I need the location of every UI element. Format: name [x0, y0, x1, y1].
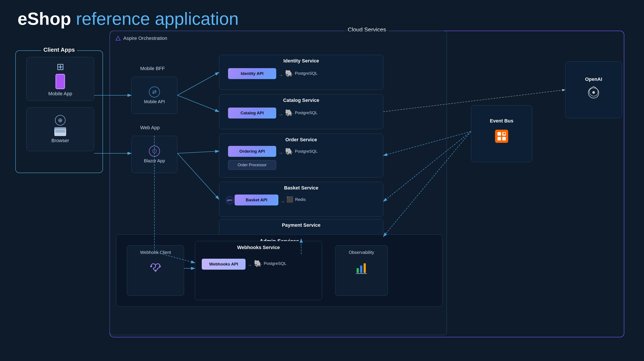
basket-api-label: Basket API — [246, 198, 268, 202]
globe-icon: ⊕ — [55, 115, 66, 126]
payment-service-title: Payment Service — [219, 222, 383, 228]
page-title: eShop reference application — [18, 9, 238, 29]
client-apps-label: Client Apps — [41, 46, 77, 53]
basket-service-box: Basket Service gRPC Basket API → ⬛ Redis — [219, 182, 383, 217]
aspire-icon — [115, 35, 121, 42]
ordering-api-pill: Ordering API — [228, 146, 276, 157]
mobile-app-card: ⊞ Mobile App — [26, 57, 94, 101]
identity-arrow: → — [278, 72, 283, 78]
webhook-client-box: Webhook Client — [127, 245, 184, 296]
openai-title: OpenAI — [585, 76, 602, 82]
web-app-section-label: Web App — [140, 125, 160, 130]
ordering-api-label: Ordering API — [240, 149, 265, 154]
webhook-client-title: Webhook Client — [140, 250, 171, 255]
observability-title: Observability — [349, 250, 374, 255]
order-db-label: PostgreSQL — [295, 149, 318, 154]
webhook-icon — [149, 262, 162, 278]
identity-service-box: Identity Service Identity API → 🐘 Postgr… — [219, 55, 383, 90]
webhooks-db: 🐘 PostgreSQL — [254, 260, 286, 267]
mobile-api-label: Mobile API — [144, 99, 165, 104]
title-rest: reference application — [71, 9, 238, 28]
catalog-service-title: Catalog Service — [219, 98, 383, 103]
svg-rect-12 — [356, 268, 359, 273]
event-bus-title: Event Bus — [490, 118, 514, 124]
basket-arrow: → — [280, 199, 285, 204]
svg-point-8 — [592, 91, 595, 94]
aspire-text: Aspire Orchestration — [123, 36, 167, 41]
catalog-db: 🐘 PostgreSQL — [285, 109, 318, 116]
mobile-api-card: ⇄ Mobile API — [132, 77, 178, 114]
order-service-box: Order Service Ordering API Order Process… — [219, 134, 383, 178]
identity-api-label: Identity API — [241, 71, 264, 76]
basket-service-title: Basket Service — [219, 185, 383, 191]
basket-api-pill: Basket API — [234, 194, 278, 206]
identity-db: 🐘 PostgreSQL — [285, 70, 318, 77]
webhooks-api-pill: Webhooks API — [202, 259, 246, 270]
grid-icon: ⊞ — [56, 61, 64, 72]
webhooks-api-label: Webhooks API — [209, 262, 238, 266]
rabbitmq-icon — [494, 128, 509, 147]
svg-rect-14 — [364, 263, 366, 273]
catalog-arrow: → — [278, 112, 283, 118]
mobile-api-icon: ⇄ — [149, 86, 160, 98]
event-bus-box: Event Bus — [471, 105, 532, 162]
browser-label: Browser — [52, 138, 69, 144]
identity-service-title: Identity Service — [219, 58, 383, 64]
svg-rect-5 — [498, 137, 501, 140]
webhooks-db-label: PostgreSQL — [264, 261, 286, 266]
order-processor-label: Order Processor — [238, 163, 266, 167]
postgres-icon: 🐘 — [285, 70, 293, 77]
phone-graphic — [56, 74, 65, 89]
svg-rect-6 — [502, 137, 506, 140]
catalog-service-box: Catalog Service Catalog API → 🐘 PostgreS… — [219, 94, 383, 129]
order-arrow: → — [278, 150, 283, 156]
identity-db-label: PostgreSQL — [295, 71, 318, 76]
mobile-app-label: Mobile App — [48, 91, 72, 96]
postgres-icon-3: 🐘 — [285, 148, 293, 155]
identity-api-pill: Identity API — [228, 68, 276, 79]
basket-db-label: Redis — [295, 197, 306, 202]
catalog-api-label: Catalog API — [240, 110, 264, 116]
aspire-label: Aspire Orchestration — [115, 35, 167, 42]
postgres-icon-4: 🐘 — [254, 260, 262, 267]
grpc-badge: gRPC — [226, 196, 234, 204]
order-service-title: Order Service — [219, 137, 383, 142]
openai-icon — [586, 85, 601, 103]
svg-rect-13 — [360, 266, 362, 273]
blazor-icon: ⬡ — [149, 146, 160, 156]
webhooks-service-box: Webhooks Service Webhooks API → 🐘 Postgr… — [195, 241, 322, 300]
webhooks-service-title: Webhooks Service — [195, 245, 322, 250]
catalog-api-pill: Catalog API — [228, 108, 276, 118]
blazor-app-card: ⬡ Blazor App — [132, 136, 178, 173]
openai-box: OpenAI — [565, 61, 622, 118]
svg-rect-2 — [495, 130, 508, 143]
catalog-db-label: PostgreSQL — [295, 110, 318, 115]
observability-icon — [355, 262, 368, 277]
webhooks-arrow: → — [247, 262, 252, 268]
order-processor-pill: Order Processor — [228, 160, 276, 170]
postgres-icon-2: 🐘 — [285, 109, 293, 116]
basket-db: ⬛ Redis — [286, 196, 306, 203]
observability-box: Observability — [335, 245, 388, 296]
svg-point-10 — [159, 266, 161, 267]
browser-graphic — [54, 127, 66, 136]
blazor-app-label: Blazor App — [144, 158, 165, 164]
mobile-bff-section-label: Mobile BFF — [140, 66, 165, 72]
title-bold: eShop — [18, 9, 71, 28]
order-db: 🐘 PostgreSQL — [285, 148, 318, 155]
svg-rect-3 — [498, 132, 501, 136]
browser-card: ⊕ Browser — [26, 107, 94, 151]
redis-icon: ⬛ — [286, 196, 293, 203]
svg-point-9 — [150, 266, 152, 267]
svg-point-11 — [155, 270, 156, 272]
svg-point-7 — [503, 132, 505, 135]
